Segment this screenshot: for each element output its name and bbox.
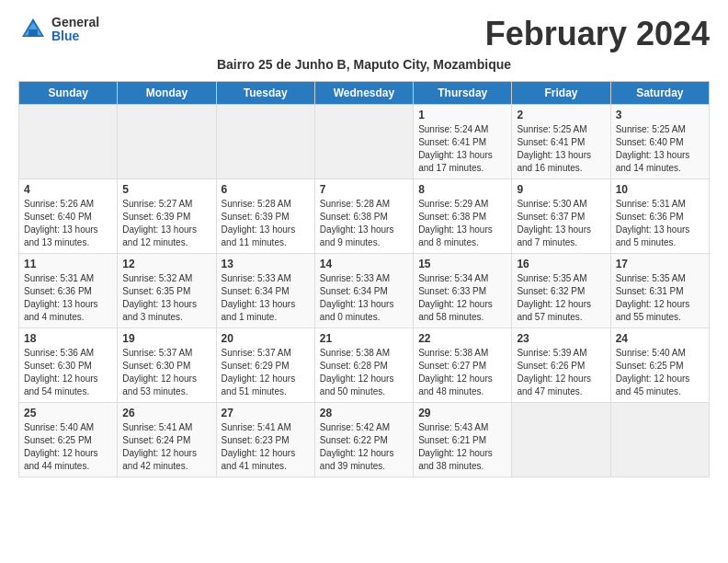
day-info: Sunrise: 5:37 AM Sunset: 6:30 PM Dayligh… (122, 347, 210, 398)
week-row-3: 11Sunrise: 5:31 AM Sunset: 6:36 PM Dayli… (19, 254, 710, 328)
calendar-body: 1Sunrise: 5:24 AM Sunset: 6:41 PM Daylig… (19, 105, 710, 477)
day-info: Sunrise: 5:38 AM Sunset: 6:27 PM Dayligh… (418, 347, 506, 398)
day-info: Sunrise: 5:33 AM Sunset: 6:34 PM Dayligh… (222, 272, 310, 324)
day-cell: 4Sunrise: 5:26 AM Sunset: 6:40 PM Daylig… (19, 179, 118, 254)
day-info: Sunrise: 5:33 AM Sunset: 6:34 PM Dayligh… (320, 272, 408, 324)
day-cell: 11Sunrise: 5:31 AM Sunset: 6:36 PM Dayli… (19, 254, 118, 328)
day-info: Sunrise: 5:39 AM Sunset: 6:26 PM Dayligh… (517, 347, 605, 398)
day-cell: 28Sunrise: 5:42 AM Sunset: 6:22 PM Dayli… (314, 403, 413, 477)
day-cell: 10Sunrise: 5:31 AM Sunset: 6:36 PM Dayli… (610, 179, 709, 254)
day-info: Sunrise: 5:41 AM Sunset: 6:24 PM Dayligh… (122, 421, 210, 473)
header-cell-thursday: Thursday (414, 82, 512, 105)
day-cell: 18Sunrise: 5:36 AM Sunset: 6:30 PM Dayli… (19, 328, 118, 403)
day-number: 15 (418, 258, 506, 270)
day-number: 24 (616, 332, 704, 345)
day-number: 19 (122, 332, 210, 345)
day-info: Sunrise: 5:40 AM Sunset: 6:25 PM Dayligh… (24, 421, 112, 473)
day-cell (314, 105, 413, 179)
day-info: Sunrise: 5:34 AM Sunset: 6:33 PM Dayligh… (418, 272, 506, 324)
day-cell: 20Sunrise: 5:37 AM Sunset: 6:29 PM Dayli… (216, 328, 314, 403)
day-info: Sunrise: 5:25 AM Sunset: 6:40 PM Dayligh… (616, 123, 704, 175)
day-info: Sunrise: 5:31 AM Sunset: 6:36 PM Dayligh… (24, 272, 112, 324)
day-number: 8 (418, 183, 506, 196)
week-row-2: 4Sunrise: 5:26 AM Sunset: 6:40 PM Daylig… (19, 179, 710, 254)
day-cell (610, 403, 709, 477)
day-cell (216, 105, 314, 179)
day-cell (512, 403, 610, 477)
day-number: 2 (517, 109, 605, 121)
day-cell: 16Sunrise: 5:35 AM Sunset: 6:32 PM Dayli… (512, 254, 610, 328)
day-number: 3 (616, 109, 704, 121)
day-number: 28 (320, 407, 408, 419)
calendar-header: SundayMondayTuesdayWednesdayThursdayFrid… (19, 82, 710, 105)
header-cell-monday: Monday (118, 82, 216, 105)
day-info: Sunrise: 5:27 AM Sunset: 6:39 PM Dayligh… (122, 198, 210, 249)
day-number: 29 (418, 407, 506, 419)
day-cell (19, 105, 118, 179)
day-cell: 29Sunrise: 5:43 AM Sunset: 6:21 PM Dayli… (414, 403, 512, 477)
page-title: February 2024 (485, 15, 710, 53)
day-number: 1 (418, 109, 506, 121)
day-number: 11 (24, 258, 112, 270)
day-info: Sunrise: 5:32 AM Sunset: 6:35 PM Dayligh… (122, 272, 210, 324)
day-cell: 1Sunrise: 5:24 AM Sunset: 6:41 PM Daylig… (414, 105, 512, 179)
day-number: 13 (222, 258, 310, 270)
day-info: Sunrise: 5:35 AM Sunset: 6:31 PM Dayligh… (616, 272, 704, 324)
day-cell: 13Sunrise: 5:33 AM Sunset: 6:34 PM Dayli… (216, 254, 314, 328)
day-number: 9 (517, 183, 605, 196)
day-cell: 2Sunrise: 5:25 AM Sunset: 6:41 PM Daylig… (512, 105, 610, 179)
day-cell: 5Sunrise: 5:27 AM Sunset: 6:39 PM Daylig… (118, 179, 216, 254)
day-info: Sunrise: 5:35 AM Sunset: 6:32 PM Dayligh… (517, 272, 605, 324)
day-info: Sunrise: 5:28 AM Sunset: 6:38 PM Dayligh… (320, 198, 408, 249)
day-cell (118, 105, 216, 179)
day-info: Sunrise: 5:29 AM Sunset: 6:38 PM Dayligh… (418, 198, 506, 249)
day-number: 17 (616, 258, 704, 270)
day-cell: 15Sunrise: 5:34 AM Sunset: 6:33 PM Dayli… (414, 254, 512, 328)
day-info: Sunrise: 5:28 AM Sunset: 6:39 PM Dayligh… (222, 198, 310, 249)
day-number: 14 (320, 258, 408, 270)
week-row-1: 1Sunrise: 5:24 AM Sunset: 6:41 PM Daylig… (19, 105, 710, 179)
header-cell-friday: Friday (512, 82, 610, 105)
day-number: 22 (418, 332, 506, 345)
day-number: 21 (320, 332, 408, 345)
header-cell-sunday: Sunday (19, 82, 118, 105)
svg-rect-2 (28, 29, 38, 37)
day-info: Sunrise: 5:41 AM Sunset: 6:23 PM Dayligh… (222, 421, 310, 473)
day-cell: 7Sunrise: 5:28 AM Sunset: 6:38 PM Daylig… (314, 179, 413, 254)
day-info: Sunrise: 5:37 AM Sunset: 6:29 PM Dayligh… (222, 347, 310, 398)
day-cell: 8Sunrise: 5:29 AM Sunset: 6:38 PM Daylig… (414, 179, 512, 254)
day-info: Sunrise: 5:40 AM Sunset: 6:25 PM Dayligh… (616, 347, 704, 398)
logo-general-text: General (51, 16, 99, 29)
day-info: Sunrise: 5:25 AM Sunset: 6:41 PM Dayligh… (517, 123, 605, 175)
day-info: Sunrise: 5:31 AM Sunset: 6:36 PM Dayligh… (616, 198, 704, 249)
day-number: 16 (517, 258, 605, 270)
day-number: 26 (122, 407, 210, 419)
day-cell: 27Sunrise: 5:41 AM Sunset: 6:23 PM Dayli… (216, 403, 314, 477)
day-info: Sunrise: 5:30 AM Sunset: 6:37 PM Dayligh… (517, 198, 605, 249)
header-cell-wednesday: Wednesday (314, 82, 413, 105)
day-number: 23 (517, 332, 605, 345)
day-info: Sunrise: 5:26 AM Sunset: 6:40 PM Dayligh… (24, 198, 112, 249)
day-cell: 21Sunrise: 5:38 AM Sunset: 6:28 PM Dayli… (314, 328, 413, 403)
day-number: 4 (24, 183, 112, 196)
logo: General Blue (18, 15, 99, 44)
day-number: 12 (122, 258, 210, 270)
day-cell: 3Sunrise: 5:25 AM Sunset: 6:40 PM Daylig… (610, 105, 709, 179)
day-info: Sunrise: 5:43 AM Sunset: 6:21 PM Dayligh… (418, 421, 506, 473)
day-cell: 9Sunrise: 5:30 AM Sunset: 6:37 PM Daylig… (512, 179, 610, 254)
day-info: Sunrise: 5:24 AM Sunset: 6:41 PM Dayligh… (418, 123, 506, 175)
header-cell-tuesday: Tuesday (216, 82, 314, 105)
day-number: 7 (320, 183, 408, 196)
day-number: 5 (122, 183, 210, 196)
day-cell: 14Sunrise: 5:33 AM Sunset: 6:34 PM Dayli… (314, 254, 413, 328)
week-row-5: 25Sunrise: 5:40 AM Sunset: 6:25 PM Dayli… (19, 403, 710, 477)
day-cell: 26Sunrise: 5:41 AM Sunset: 6:24 PM Dayli… (118, 403, 216, 477)
header-cell-saturday: Saturday (610, 82, 709, 105)
calendar-table: SundayMondayTuesdayWednesdayThursdayFrid… (18, 81, 710, 477)
week-row-4: 18Sunrise: 5:36 AM Sunset: 6:30 PM Dayli… (19, 328, 710, 403)
day-number: 6 (222, 183, 310, 196)
day-info: Sunrise: 5:42 AM Sunset: 6:22 PM Dayligh… (320, 421, 408, 473)
subtitle: Bairro 25 de Junho B, Maputo City, Mozam… (18, 57, 710, 72)
day-cell: 6Sunrise: 5:28 AM Sunset: 6:39 PM Daylig… (216, 179, 314, 254)
day-cell: 25Sunrise: 5:40 AM Sunset: 6:25 PM Dayli… (19, 403, 118, 477)
